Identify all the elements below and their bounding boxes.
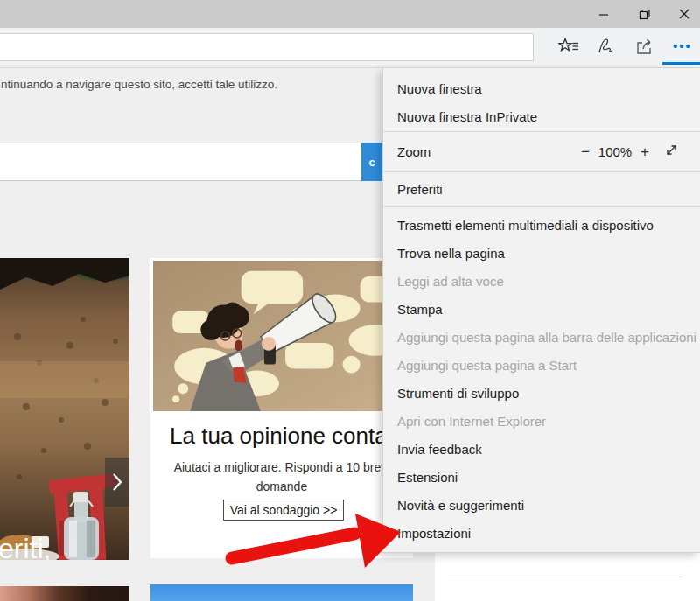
more-actions-icon: ••• bbox=[673, 39, 692, 58]
chevron-right-icon bbox=[111, 472, 123, 493]
zoom-label: Zoom bbox=[397, 144, 576, 159]
menu-item-invia-feedback[interactable]: Invia feedback bbox=[383, 436, 700, 464]
web-note-pen-icon bbox=[597, 38, 618, 59]
menu-item-impostazioni[interactable]: Impostazioni bbox=[383, 520, 700, 548]
minimize-icon bbox=[598, 9, 609, 19]
cookie-banner-text: ntinuando a navigare questo sito, accett… bbox=[1, 78, 277, 91]
cafe-photo-image bbox=[0, 258, 130, 560]
survey-subtitle-line2: domande bbox=[150, 478, 413, 497]
menu-separator bbox=[383, 206, 700, 207]
menu-item-apri-con-internet-explorer: Apri con Internet Explorer bbox=[383, 408, 700, 436]
zoom-in-button[interactable]: + bbox=[635, 141, 654, 164]
menu-item-leggi-ad-alta-voce: Leggi ad alta voce bbox=[383, 268, 700, 296]
browser-toolbar: ••• bbox=[0, 28, 700, 68]
close-button[interactable] bbox=[665, 0, 700, 28]
address-bar[interactable] bbox=[0, 33, 534, 61]
share-icon bbox=[634, 38, 655, 59]
menu-item-stampa[interactable]: Stampa bbox=[383, 296, 700, 324]
restore-button[interactable] bbox=[625, 0, 663, 28]
active-tool-underline bbox=[662, 62, 700, 65]
carousel-slide-photo: eriti, er bbox=[0, 258, 130, 560]
menu-item-strumenti-di-sviluppo[interactable]: Strumenti di sviluppo bbox=[383, 380, 700, 408]
survey-cta-button[interactable]: Vai al sondaggio >> bbox=[223, 500, 344, 521]
carousel-next-button[interactable] bbox=[105, 458, 130, 507]
fullscreen-button[interactable] bbox=[662, 141, 681, 164]
menu-item-nuova-finestra-inprivate[interactable]: Nuova finestra InPrivate bbox=[383, 103, 700, 131]
menu-item-zoom: Zoom − 100% + bbox=[383, 132, 700, 171]
zoom-out-button[interactable]: − bbox=[576, 141, 595, 164]
carousel-overlay-text-line1: eriti, bbox=[0, 533, 51, 560]
edge-browser-window: ••• ntinuando a navigare questo sito, ac… bbox=[0, 0, 700, 601]
hub-favorites-button[interactable] bbox=[553, 36, 584, 60]
search-button[interactable]: c bbox=[361, 143, 382, 181]
expand-icon bbox=[665, 143, 678, 161]
restore-icon bbox=[639, 9, 650, 20]
panel-divider bbox=[448, 577, 682, 577]
menu-section-b: Trasmetti elementi multimediali a dispos… bbox=[383, 212, 700, 548]
survey-subtitle: Aiutaci a migliorare. Rispondi a 10 brev… bbox=[150, 458, 413, 496]
search-input[interactable] bbox=[0, 143, 362, 181]
survey-title: La tua opinione conta! bbox=[150, 423, 413, 450]
menu-item-trasmetti[interactable]: Trasmetti elementi multimediali a dispos… bbox=[383, 212, 700, 240]
bottom-right-panel bbox=[435, 553, 700, 601]
menu-item-aggiungi-a-start: Aggiungi questa pagina a Start bbox=[383, 352, 700, 380]
more-actions-menu: Nuova finestra Nuova finestra InPrivate … bbox=[382, 68, 700, 553]
survey-card: La tua opinione conta! Aiutaci a miglior… bbox=[150, 258, 413, 558]
web-note-button[interactable] bbox=[592, 36, 623, 60]
menu-item-nuova-finestra[interactable]: Nuova finestra bbox=[383, 75, 700, 103]
survey-subtitle-line1: Aiutaci a migliorare. Rispondi a 10 brev… bbox=[150, 458, 413, 478]
second-row-photo bbox=[0, 586, 130, 601]
more-actions-button[interactable]: ••• bbox=[667, 36, 698, 60]
zoom-value: 100% bbox=[595, 144, 635, 159]
menu-item-trova-nella-pagina[interactable]: Trova nella pagina bbox=[383, 240, 700, 268]
close-icon bbox=[679, 9, 690, 19]
menu-item-aggiungi-barra-applicazioni: Aggiungi questa pagina alla barra delle … bbox=[383, 324, 700, 352]
megaphone-man-image bbox=[153, 261, 410, 411]
share-button[interactable] bbox=[629, 36, 661, 60]
title-bar bbox=[0, 0, 700, 28]
hub-favorites-icon bbox=[558, 38, 579, 59]
second-row-sky-image bbox=[150, 584, 413, 601]
menu-item-novita-e-suggerimenti[interactable]: Novità e suggerimenti bbox=[383, 492, 700, 520]
menu-item-estensioni[interactable]: Estensioni bbox=[383, 464, 700, 492]
minimize-button[interactable] bbox=[584, 0, 623, 28]
menu-item-preferiti[interactable]: Preferiti bbox=[383, 172, 700, 206]
